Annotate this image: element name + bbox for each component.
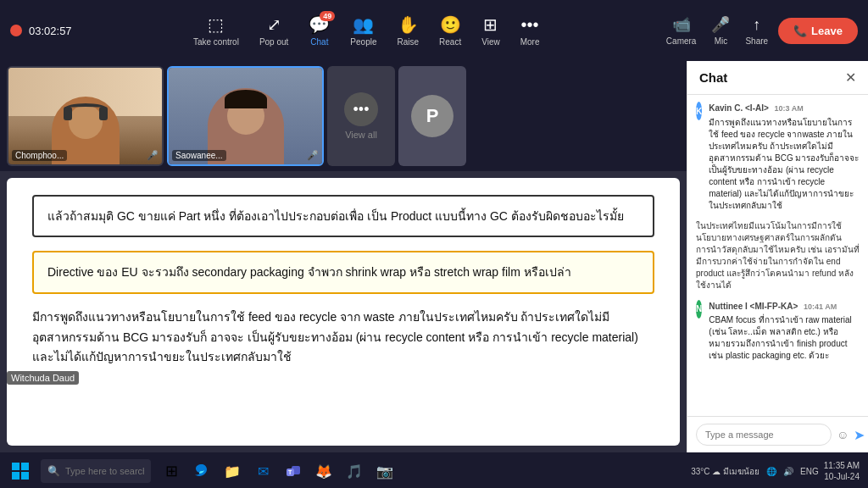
view-all-button[interactable]: ••• View all [327,66,395,166]
pop-out-icon: ⤢ [267,14,281,35]
chat-button[interactable]: 💬 49 Chat [309,14,330,47]
chat-send-button[interactable]: ➤ [854,427,865,443]
chat-message-3: N Nuttinee I <MI-FP-KA> 10:41 AM CBAM fo… [696,300,860,363]
raise-icon: ✋ [398,14,419,35]
search-icon: 🔍 [47,465,60,477]
taskbar-app-icons: ⊞ 📁 ✉ T 🦊 🎵 📷 [151,458,691,485]
leave-phone-icon: 📞 [793,25,807,37]
react-icon: 🙂 [440,14,461,35]
taskbar-search[interactable]: 🔍 [41,459,151,483]
temperature-label: 33°C ☁ มีเมฆน้อย [691,465,760,478]
share-icon: ↑ [753,16,760,34]
clock-date: 10-Jul-24 [824,471,860,482]
chat-panel: Chat ✕ K Kavin C. <I-AI> 10:3 AM มีการพู… [687,61,868,452]
participant-p-avatar: P [411,95,453,137]
chat-sender-3: Nuttinee I <MI-FP-KA> 10:41 AM [709,300,860,313]
taskbar-icon-extra1[interactable]: 🦊 [310,458,337,485]
taskbar-icon-extra3[interactable]: 📷 [371,458,398,485]
take-control-label: Take control [193,37,239,47]
slide-block-2: Directive ของ EU จะรวมถึง secondary pack… [32,251,654,293]
participant-2-label: Saowanee... [172,150,226,161]
take-control-button[interactable]: ⬚ Take control [193,14,239,47]
slide-block-2-text: Directive ของ EU จะรวมถึง secondary pack… [47,265,571,279]
camera-icon: 📹 [672,15,691,34]
slide-block-1-text: แล้วถ้าสมมุติ GC ขายแค่ Part หนึ่ง ที่ต้… [47,209,624,223]
people-button[interactable]: 👥 People [350,14,376,47]
more-button[interactable]: ••• More [520,15,540,47]
chat-header: Chat ✕ [687,61,868,95]
clock-time: 11:35 AM [824,460,860,471]
slide-block-3: มีการพูดถึงแนวทางหรือนโยบายในการใช้ feed… [32,308,654,368]
raise-label: Raise [398,37,420,47]
taskbar-icon-extra2[interactable]: 🎵 [341,458,368,485]
leave-button[interactable]: 📞 Leave [778,18,858,44]
view-all-icon: ••• [344,92,378,126]
mic-icon: 🎤 [711,15,730,34]
chat-label: Chat [310,37,328,47]
chat-emoji-button[interactable]: ☺ [837,428,849,441]
top-center: ⬚ Take control ⤢ Pop out 💬 49 Chat 👥 Peo… [193,14,540,47]
more-icon: ••• [521,15,539,35]
react-label: React [439,37,461,47]
people-icon: 👥 [353,14,374,35]
participant-1-label: Chomphoo... [12,150,67,161]
taskbar-icon-mail[interactable]: ✉ [249,458,276,485]
mic-label: Mic [715,36,728,46]
participant-1-mic-icon: 🎤 [147,150,159,161]
chat-message-1: K Kavin C. <I-AI> 10:3 AM มีการพูดถึงแนว… [696,102,860,212]
taskbar-icon-file-explorer[interactable]: 📁 [219,458,246,485]
mic-button[interactable]: 🎤 Mic [706,12,735,49]
search-input[interactable] [65,466,144,476]
top-left: 03:02:57 [10,25,72,37]
slide-area: แล้วถ้าสมมุติ GC ขายแค่ Part หนึ่ง ที่ต้… [7,178,680,446]
people-label: People [350,37,376,47]
taskbar-right: 33°C ☁ มีเมฆน้อย 🌐 🔊 ENG 11:35 AM 10-Jul… [691,460,868,482]
top-right: 📹 Camera 🎤 Mic ↑ Share 📞 Leave [661,12,858,49]
raise-button[interactable]: ✋ Raise [398,14,420,47]
taskbar-icon-widgets[interactable]: ⊞ [158,458,185,485]
weather-icon: ☁ [712,467,721,476]
react-button[interactable]: 🙂 React [439,14,461,47]
chat-avatar-3: N [696,300,702,319]
take-control-icon: ⬚ [208,14,224,35]
view-all-label: View all [345,130,377,140]
chat-message-input[interactable] [696,424,832,446]
chat-close-button[interactable]: ✕ [845,69,856,86]
start-button[interactable] [0,454,41,488]
share-button[interactable]: ↑ Share [740,13,773,49]
video-thumb-1: Chomphoo... 🎤 [7,66,164,166]
chat-msg-body-2: ในประเทศไทยมีแนวโน้มในการมีการใช้นโยบายท… [696,220,860,291]
chat-title: Chat [699,70,727,85]
leave-label: Leave [811,25,843,37]
chat-messages: K Kavin C. <I-AI> 10:3 AM มีการพูดถึงแนว… [687,95,868,416]
camera-label: Camera [666,36,697,46]
record-indicator [10,25,22,36]
timer: 03:02:57 [29,25,72,37]
more-label: More [520,37,540,47]
pop-out-label: Pop out [259,37,288,47]
participant-2-mic-icon: 🎤 [307,150,319,161]
record-dot [10,25,22,36]
camera-button[interactable]: 📹 Camera [661,12,702,49]
chat-msg-body-1: มีการพูดถึงแนวทางหรือนโยบายในการใช้ feed… [709,117,860,212]
taskbar-icon-edge[interactable] [188,458,215,485]
chat-input-row: ☺ ➤ [687,416,868,452]
lang-label: ENG [800,467,819,476]
chat-msg-body-3: CBAM focus ที่การนำเข้า raw material (เช… [709,314,860,362]
slide-block-1: แล้วถ้าสมมุติ GC ขายแค่ Part หนึ่ง ที่ต้… [32,195,654,237]
clock: 11:35 AM 10-Jul-24 [824,460,860,482]
video-row: Chomphoo... 🎤 Saowanee... 🎤 ••• View all [0,61,687,171]
pop-out-button[interactable]: ⤢ Pop out [259,14,288,47]
witchuda-label: Witchuda Daud [7,371,79,385]
windows-logo [12,463,29,480]
video-thumb-2: Saowanee... 🎤 [167,66,324,166]
view-button[interactable]: ⊞ View [481,14,500,47]
chat-badge: 49 [320,11,335,21]
top-bar: 03:02:57 ⬚ Take control ⤢ Pop out 💬 49 C… [0,0,868,61]
taskbar-icon-teams[interactable]: T [280,458,307,485]
slide-block-3-text: มีการพูดถึงแนวทางหรือนโยบายในการใช้ feed… [32,310,638,364]
share-label: Share [745,36,768,46]
network-icon: 🌐 [766,467,776,476]
svg-text:T: T [288,469,292,475]
participant-p: P [398,66,466,166]
